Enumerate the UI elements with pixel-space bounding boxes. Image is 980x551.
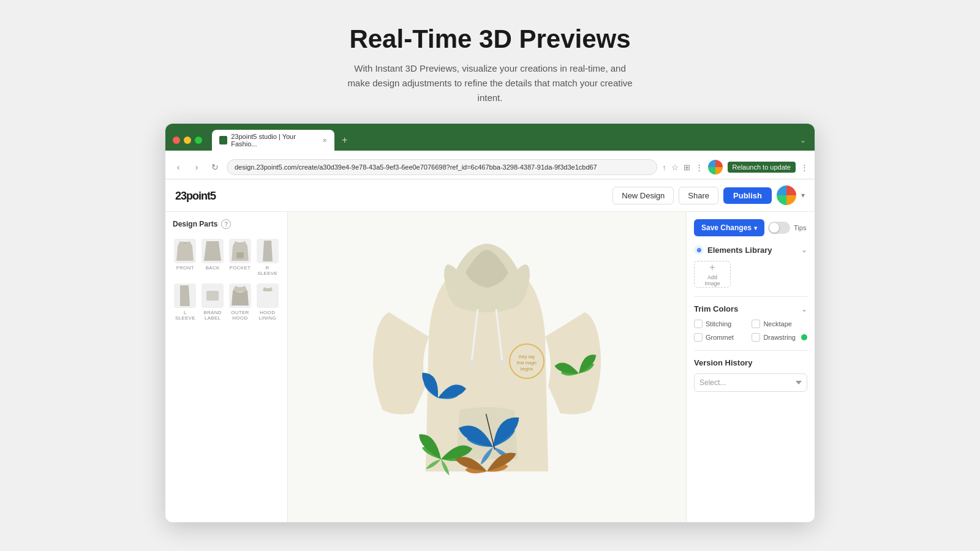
svg-rect-0 (236, 252, 244, 258)
right-panel: Save Changes ▾ Tips ⊕ Elements Library (686, 212, 815, 522)
trim-colors-title: Trim Colors (694, 304, 738, 313)
part-item-outerhood[interactable]: OUTER HOOD (228, 281, 253, 323)
publish-button[interactable]: Publish (723, 187, 772, 204)
browser-tab[interactable]: 23point5 studio | Your Fashio... ✕ (212, 130, 334, 151)
part-item-brandlabel[interactable]: BRAND LABEL (200, 281, 225, 323)
hoodie-rsleeve-icon (263, 241, 273, 261)
help-icon[interactable]: ? (221, 219, 231, 229)
hoodie-back-icon (204, 241, 221, 261)
page-header: Real-Time 3D Previews With Instant 3D Pr… (343, 24, 637, 105)
stitching-checkbox[interactable] (694, 320, 703, 328)
tips-toggle[interactable] (768, 222, 790, 234)
part-thumb-rsleeve (257, 239, 279, 263)
svg-text:they say: they say (519, 354, 535, 359)
parts-grid: FRONT BACK (173, 236, 280, 323)
trim-option-stitching[interactable]: Stitching (694, 320, 747, 328)
version-history-select[interactable]: Select... (694, 373, 807, 392)
part-item-pocket[interactable]: POCKET (228, 236, 253, 279)
new-design-button[interactable]: New Design (612, 187, 674, 204)
grommet-checkbox[interactable] (694, 333, 703, 342)
page-subtitle: With Instant 3D Previews, visualize your… (343, 61, 637, 105)
hoodie-lsleeve-icon (180, 285, 190, 306)
part-thumb-brandlabel (202, 283, 224, 308)
part-label-rsleeve: R SLEEVE (256, 265, 279, 276)
elements-library-collapse-icon[interactable]: ⌄ (801, 246, 807, 254)
part-item-lsleeve[interactable]: L SLEEVE (173, 281, 198, 323)
page-title: Real-Time 3D Previews (343, 24, 637, 54)
tab-favicon (219, 136, 227, 144)
add-image-plus-icon: + (709, 262, 715, 273)
trim-option-necktape[interactable]: Necktape (752, 320, 807, 328)
part-label-lsleeve: L SLEEVE (174, 310, 197, 321)
part-label-brandlabel: BRAND LABEL (202, 310, 224, 321)
trim-colors-header: Trim Colors ⌄ (694, 304, 807, 313)
main-layout: Design Parts ? FRONT (165, 212, 815, 522)
tab-title: 23point5 studio | Your Fashio... (231, 133, 318, 148)
fullscreen-window-button[interactable] (195, 137, 202, 144)
svg-point-5 (500, 360, 505, 365)
nav-right-icons: ↑ ☆ ⊞ ⋮ Relaunch to update ⋮ (662, 160, 809, 174)
save-changes-row: Save Changes ▾ Tips (694, 219, 807, 236)
share-button[interactable]: Share (679, 187, 718, 204)
app-header: 23point5 New Design Share Publish ▾ (165, 179, 815, 212)
trim-colors-collapse-icon[interactable]: ⌄ (801, 305, 807, 313)
add-image-button[interactable]: + Add Image (694, 261, 731, 288)
design-parts-label: Design Parts (173, 220, 217, 228)
extensions-icon[interactable]: ⊞ (684, 163, 690, 172)
svg-rect-1 (206, 291, 219, 301)
part-item-back[interactable]: BACK (200, 236, 225, 279)
close-window-button[interactable] (173, 137, 180, 144)
part-item-front[interactable]: FRONT (173, 236, 198, 279)
trim-option-drawstring[interactable]: Drawstring (752, 333, 807, 342)
browser-controls-row: 23point5 studio | Your Fashio... ✕ + ⌄ (173, 130, 807, 151)
chevron-down-icon[interactable]: ▾ (801, 191, 805, 200)
bookmark-icon[interactable]: ☆ (671, 163, 679, 172)
trim-options: Stitching Necktape Grommet Drawstri (694, 320, 807, 342)
version-history-title: Version History (694, 358, 752, 367)
save-changes-button[interactable]: Save Changes ▾ (694, 219, 764, 236)
toggle-label: Tips (794, 224, 806, 231)
elements-library-title: ⊕ Elements Library (694, 245, 772, 255)
outer-hood-icon (232, 286, 249, 305)
traffic-lights (173, 137, 202, 144)
share-icon[interactable]: ↑ (662, 163, 666, 172)
version-history-header: Version History (694, 358, 807, 367)
version-history-section: Version History Select... (694, 358, 807, 392)
divider-1 (694, 296, 807, 297)
svg-text:that magic: that magic (517, 361, 537, 365)
tab-close-icon[interactable]: ✕ (322, 137, 327, 144)
divider-2 (694, 350, 807, 351)
part-label-outerhood: OUTER HOOD (229, 310, 252, 321)
part-thumb-outerhood (229, 283, 251, 308)
elements-library-icon: ⊕ (694, 245, 704, 255)
hoodie-front-icon (176, 241, 194, 261)
part-thumb-back (202, 239, 224, 263)
browser-window: 23point5 studio | Your Fashio... ✕ + ⌄ ‹… (165, 124, 815, 522)
part-thumb-hoodlining (257, 283, 279, 308)
address-bar[interactable] (227, 159, 657, 175)
browser-nav-bar: ‹ › ↻ ↑ ☆ ⊞ ⋮ Relaunch to update ⋮ (165, 156, 815, 179)
relaunch-button[interactable]: Relaunch to update (728, 162, 796, 173)
user-avatar[interactable] (777, 186, 796, 205)
necktape-checkbox[interactable] (752, 320, 760, 328)
trim-option-grommet[interactable]: Grommet (694, 333, 747, 342)
profile-icon[interactable] (708, 160, 723, 174)
trim-colors-section: Trim Colors ⌄ Stitching (694, 304, 807, 342)
drawstring-checkbox[interactable] (752, 333, 760, 342)
part-label-front: FRONT (176, 265, 194, 271)
part-thumb-front (174, 239, 196, 263)
forward-button[interactable]: › (190, 160, 203, 174)
center-canvas: they say that magic begins (288, 212, 686, 522)
refresh-button[interactable]: ↻ (208, 160, 222, 174)
app-logo: 23point5 (175, 189, 612, 203)
chevron-down-save-icon: ▾ (754, 225, 757, 231)
part-item-rsleeve[interactable]: R SLEEVE (255, 236, 280, 279)
part-item-hoodlining[interactable]: HOOD LINING (255, 281, 280, 323)
menu-icon[interactable]: ⋮ (695, 163, 703, 172)
header-actions: New Design Share Publish ▾ (612, 186, 805, 205)
back-button[interactable]: ‹ (172, 160, 185, 174)
elements-library-section: ⊕ Elements Library ⌄ + Add Image (694, 245, 807, 288)
minimize-window-button[interactable] (184, 137, 191, 144)
more-options-icon[interactable]: ⋮ (801, 163, 809, 172)
new-tab-button[interactable]: + (342, 135, 347, 146)
